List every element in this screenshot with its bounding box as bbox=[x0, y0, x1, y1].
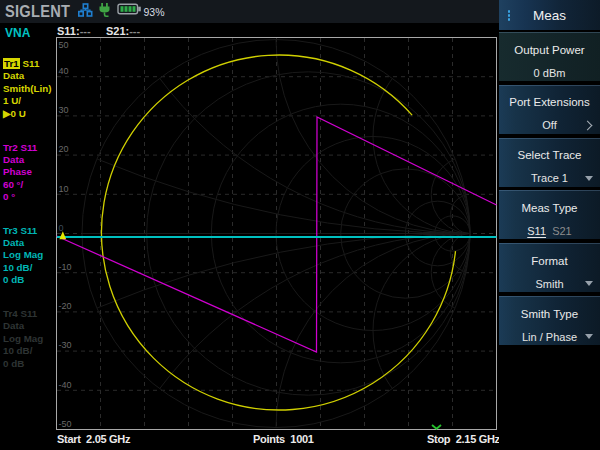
svg-text:0: 0 bbox=[59, 223, 64, 233]
svg-text:20: 20 bbox=[59, 144, 69, 154]
svg-text:-20: -20 bbox=[59, 301, 72, 311]
svg-text:-30: -30 bbox=[59, 340, 72, 350]
svg-text:10: 10 bbox=[59, 184, 69, 194]
svg-text:30: 30 bbox=[59, 105, 69, 115]
svg-text:-50: -50 bbox=[59, 419, 72, 429]
svg-text:-40: -40 bbox=[59, 380, 72, 390]
svg-text:50: 50 bbox=[59, 40, 69, 50]
svg-text:-10: -10 bbox=[59, 262, 72, 272]
svg-text:40: 40 bbox=[59, 66, 69, 76]
